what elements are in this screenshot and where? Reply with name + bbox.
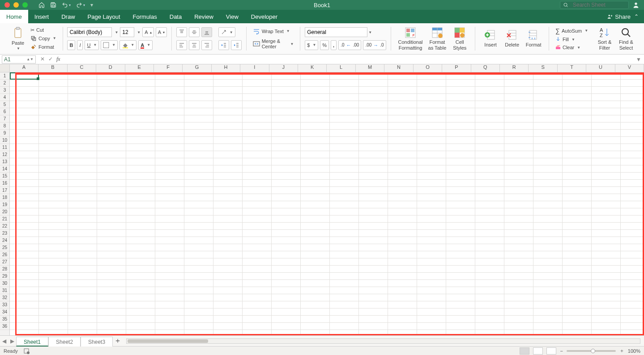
- sheet-tab-sheet3[interactable]: Sheet3: [81, 337, 113, 347]
- sheet-nav-prev[interactable]: ◀: [0, 338, 8, 344]
- row-header[interactable]: 14: [0, 165, 9, 173]
- insert-cells-button[interactable]: Insert: [480, 26, 501, 51]
- row-header[interactable]: 29: [0, 273, 9, 280]
- zoom-in-button[interactable]: ＋: [619, 347, 624, 354]
- column-header[interactable]: M: [356, 64, 384, 72]
- row-header[interactable]: 36: [0, 323, 9, 330]
- qat-customize-icon[interactable]: ▾: [90, 2, 93, 8]
- column-header[interactable]: F: [154, 64, 183, 72]
- row-header[interactable]: 18: [0, 194, 9, 201]
- sort-filter-button[interactable]: AZSort & Filter: [594, 26, 615, 51]
- row-header[interactable]: 25: [0, 244, 9, 251]
- zoom-level[interactable]: 100%: [628, 348, 640, 354]
- decrease-font-button[interactable]: A▾: [156, 27, 167, 37]
- fx-icon[interactable]: fx: [56, 56, 60, 63]
- accept-formula-icon[interactable]: ✓: [48, 56, 53, 63]
- tab-review[interactable]: Review: [188, 10, 220, 23]
- row-header[interactable]: 3: [0, 87, 9, 94]
- column-header[interactable]: O: [414, 64, 442, 72]
- column-header[interactable]: R: [500, 64, 529, 72]
- worksheet-area[interactable]: ABCDEFGHIJKLMNOPQRSTUV 12345678910111213…: [0, 64, 644, 335]
- column-headers[interactable]: ABCDEFGHIJKLMNOPQRSTUV: [0, 64, 644, 72]
- wrap-text-button[interactable]: Wrap Text▼: [251, 27, 296, 35]
- row-header[interactable]: 16: [0, 180, 9, 187]
- align-middle-button[interactable]: [189, 27, 200, 37]
- font-color-button[interactable]: A▼: [138, 40, 153, 50]
- formula-input[interactable]: [65, 55, 644, 63]
- find-select-button[interactable]: Find & Select: [615, 26, 637, 51]
- column-header[interactable]: L: [327, 64, 355, 72]
- select-all-corner[interactable]: [0, 64, 10, 72]
- row-header[interactable]: 22: [0, 223, 9, 230]
- row-header[interactable]: 31: [0, 287, 9, 294]
- close-window-button[interactable]: [4, 2, 10, 8]
- increase-font-button[interactable]: A▴: [142, 27, 154, 37]
- tab-formulas[interactable]: Formulas: [127, 10, 163, 23]
- row-header[interactable]: 34: [0, 309, 9, 316]
- cut-button[interactable]: ✂Cut: [29, 26, 58, 34]
- delete-cells-button[interactable]: Delete: [501, 26, 523, 51]
- row-header[interactable]: 26: [0, 251, 9, 258]
- column-header[interactable]: K: [298, 64, 327, 72]
- number-format-combo[interactable]: [305, 27, 367, 37]
- tab-view[interactable]: View: [220, 10, 245, 23]
- cancel-formula-icon[interactable]: ✕: [40, 56, 45, 63]
- column-header[interactable]: I: [240, 64, 269, 72]
- font-size-combo[interactable]: [120, 27, 134, 37]
- fill-color-button[interactable]: ▼: [119, 40, 136, 50]
- row-header[interactable]: 19: [0, 201, 9, 208]
- autosum-button[interactable]: ∑AutoSum▼: [554, 26, 594, 35]
- row-header[interactable]: 10: [0, 137, 9, 144]
- row-header[interactable]: 35: [0, 316, 9, 323]
- row-header[interactable]: 28: [0, 266, 9, 273]
- decrease-indent-button[interactable]: [218, 40, 229, 50]
- row-header[interactable]: 11: [0, 144, 9, 151]
- row-header[interactable]: 27: [0, 258, 9, 266]
- row-header[interactable]: 5: [0, 101, 9, 108]
- align-center-button[interactable]: [189, 40, 200, 50]
- normal-view-button[interactable]: [520, 347, 529, 355]
- column-header[interactable]: U: [586, 64, 615, 72]
- minimize-window-button[interactable]: [13, 2, 19, 8]
- borders-button[interactable]: ▼: [101, 40, 118, 50]
- column-header[interactable]: T: [558, 64, 586, 72]
- row-header[interactable]: 1: [0, 72, 9, 80]
- currency-button[interactable]: $▼: [305, 40, 318, 50]
- column-header[interactable]: V: [615, 64, 644, 72]
- column-header[interactable]: C: [68, 64, 96, 72]
- column-header[interactable]: N: [384, 64, 413, 72]
- home-icon[interactable]: [38, 2, 45, 8]
- increase-decimal-button[interactable]: .0←.00: [338, 40, 361, 50]
- zoom-slider[interactable]: [567, 350, 616, 352]
- row-header[interactable]: 21: [0, 216, 9, 223]
- column-header[interactable]: P: [442, 64, 471, 72]
- row-header[interactable]: 24: [0, 237, 9, 244]
- tab-insert[interactable]: Insert: [28, 10, 55, 23]
- cell-styles-button[interactable]: Cell Styles: [449, 26, 470, 51]
- collapse-ribbon-icon[interactable]: ⌃: [634, 13, 639, 20]
- account-icon[interactable]: [632, 1, 640, 8]
- sheet-tab-sheet2[interactable]: Sheet2: [48, 337, 81, 347]
- increase-indent-button[interactable]: [231, 40, 242, 50]
- row-header[interactable]: 6: [0, 108, 9, 115]
- add-sheet-button[interactable]: ＋: [113, 336, 123, 346]
- row-header[interactable]: 12: [0, 151, 9, 158]
- align-bottom-button[interactable]: [201, 27, 212, 37]
- column-header[interactable]: D: [96, 64, 125, 72]
- redo-icon[interactable]: ▾: [76, 2, 85, 8]
- row-header[interactable]: 13: [0, 158, 9, 165]
- font-name-combo[interactable]: [67, 27, 112, 37]
- column-header[interactable]: S: [529, 64, 557, 72]
- column-header[interactable]: H: [212, 64, 240, 72]
- row-header[interactable]: 15: [0, 173, 9, 180]
- share-button[interactable]: Share: [607, 13, 631, 20]
- copy-button[interactable]: Copy▼: [29, 34, 58, 42]
- percent-button[interactable]: %: [320, 40, 329, 50]
- row-header[interactable]: 20: [0, 208, 9, 216]
- fill-button[interactable]: Fill▼: [554, 36, 594, 43]
- cell-grid[interactable]: [10, 72, 644, 335]
- zoom-out-button[interactable]: −: [560, 348, 563, 354]
- zoom-window-button[interactable]: [22, 2, 28, 8]
- column-header[interactable]: J: [269, 64, 298, 72]
- search-input[interactable]: [572, 1, 626, 8]
